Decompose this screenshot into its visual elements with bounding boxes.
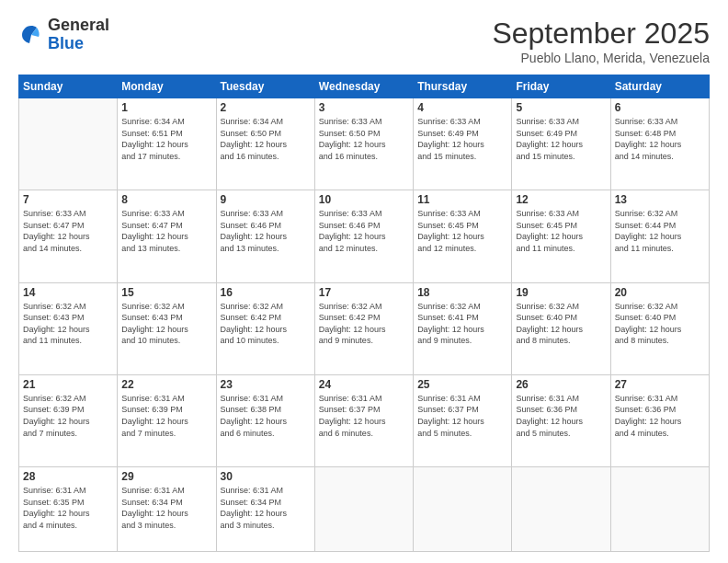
- day-info: Sunrise: 6:31 AM Sunset: 6:39 PM Dayligh…: [121, 393, 211, 439]
- weekday-header-tuesday: Tuesday: [216, 75, 314, 98]
- calendar-cell: 7Sunrise: 6:33 AM Sunset: 6:47 PM Daylig…: [19, 190, 118, 282]
- day-number: 6: [615, 101, 705, 114]
- day-number: 5: [516, 101, 606, 114]
- calendar-cell: 5Sunrise: 6:33 AM Sunset: 6:49 PM Daylig…: [512, 98, 610, 190]
- day-info: Sunrise: 6:33 AM Sunset: 6:46 PM Dayligh…: [221, 208, 311, 254]
- weekday-header-monday: Monday: [118, 75, 216, 98]
- day-info: Sunrise: 6:32 AM Sunset: 6:42 PM Dayligh…: [319, 301, 409, 347]
- weekday-header-friday: Friday: [512, 75, 610, 98]
- logo-general: General: [48, 17, 109, 35]
- day-number: 1: [121, 101, 211, 114]
- day-info: Sunrise: 6:31 AM Sunset: 6:34 PM Dayligh…: [221, 485, 311, 531]
- calendar-cell: 29Sunrise: 6:31 AM Sunset: 6:34 PM Dayli…: [118, 467, 216, 552]
- day-number: 9: [221, 193, 311, 206]
- day-number: 16: [221, 286, 311, 299]
- logo-blue: Blue: [48, 35, 109, 53]
- day-number: 2: [221, 101, 311, 114]
- calendar-cell: 28Sunrise: 6:31 AM Sunset: 6:35 PM Dayli…: [19, 467, 118, 552]
- day-info: Sunrise: 6:32 AM Sunset: 6:44 PM Dayligh…: [615, 208, 705, 254]
- day-number: 10: [319, 193, 409, 206]
- calendar-cell: 30Sunrise: 6:31 AM Sunset: 6:34 PM Dayli…: [216, 467, 314, 552]
- day-info: Sunrise: 6:33 AM Sunset: 6:46 PM Dayligh…: [319, 208, 409, 254]
- day-number: 14: [23, 286, 113, 299]
- calendar-cell: 27Sunrise: 6:31 AM Sunset: 6:36 PM Dayli…: [610, 374, 709, 466]
- logo: General Blue: [18, 17, 109, 53]
- calendar-cell: 14Sunrise: 6:32 AM Sunset: 6:43 PM Dayli…: [19, 282, 118, 374]
- title-block: September 2025 Pueblo Llano, Merida, Ven…: [492, 17, 710, 65]
- day-info: Sunrise: 6:32 AM Sunset: 6:40 PM Dayligh…: [615, 301, 705, 347]
- day-info: Sunrise: 6:32 AM Sunset: 6:41 PM Dayligh…: [417, 301, 507, 347]
- day-info: Sunrise: 6:32 AM Sunset: 6:39 PM Dayligh…: [23, 393, 113, 439]
- day-number: 18: [417, 286, 507, 299]
- page: General Blue September 2025 Pueblo Llano…: [0, 0, 728, 563]
- month-title: September 2025: [492, 17, 710, 51]
- day-number: 28: [23, 470, 113, 483]
- day-info: Sunrise: 6:32 AM Sunset: 6:43 PM Dayligh…: [121, 301, 211, 347]
- day-info: Sunrise: 6:31 AM Sunset: 6:36 PM Dayligh…: [615, 393, 705, 439]
- day-info: Sunrise: 6:33 AM Sunset: 6:47 PM Dayligh…: [23, 208, 113, 254]
- day-number: 30: [221, 470, 311, 483]
- day-info: Sunrise: 6:33 AM Sunset: 6:47 PM Dayligh…: [121, 208, 211, 254]
- calendar-cell: 20Sunrise: 6:32 AM Sunset: 6:40 PM Dayli…: [610, 282, 709, 374]
- weekday-header-wednesday: Wednesday: [314, 75, 413, 98]
- calendar-cell: 10Sunrise: 6:33 AM Sunset: 6:46 PM Dayli…: [314, 190, 413, 282]
- day-info: Sunrise: 6:31 AM Sunset: 6:37 PM Dayligh…: [319, 393, 409, 439]
- calendar-cell: [414, 467, 512, 552]
- calendar-cell: 23Sunrise: 6:31 AM Sunset: 6:38 PM Dayli…: [216, 374, 314, 466]
- day-number: 12: [516, 193, 606, 206]
- day-info: Sunrise: 6:31 AM Sunset: 6:34 PM Dayligh…: [121, 485, 211, 531]
- day-number: 15: [121, 286, 211, 299]
- day-info: Sunrise: 6:33 AM Sunset: 6:48 PM Dayligh…: [615, 116, 705, 162]
- calendar-cell: 12Sunrise: 6:33 AM Sunset: 6:45 PM Dayli…: [512, 190, 610, 282]
- calendar-cell: 18Sunrise: 6:32 AM Sunset: 6:41 PM Dayli…: [414, 282, 512, 374]
- day-info: Sunrise: 6:33 AM Sunset: 6:50 PM Dayligh…: [319, 116, 409, 162]
- location: Pueblo Llano, Merida, Venezuela: [492, 51, 710, 65]
- calendar-cell: 16Sunrise: 6:32 AM Sunset: 6:42 PM Dayli…: [216, 282, 314, 374]
- day-number: 26: [516, 378, 606, 391]
- day-info: Sunrise: 6:32 AM Sunset: 6:42 PM Dayligh…: [221, 301, 311, 347]
- calendar-cell: 1Sunrise: 6:34 AM Sunset: 6:51 PM Daylig…: [118, 98, 216, 190]
- weekday-header-thursday: Thursday: [414, 75, 512, 98]
- day-info: Sunrise: 6:32 AM Sunset: 6:43 PM Dayligh…: [23, 301, 113, 347]
- logo-icon: [18, 22, 44, 48]
- day-number: 27: [615, 378, 705, 391]
- calendar-cell: 24Sunrise: 6:31 AM Sunset: 6:37 PM Dayli…: [314, 374, 413, 466]
- calendar-cell: 8Sunrise: 6:33 AM Sunset: 6:47 PM Daylig…: [118, 190, 216, 282]
- calendar-table: SundayMondayTuesdayWednesdayThursdayFrid…: [18, 75, 710, 552]
- day-number: 13: [615, 193, 705, 206]
- calendar-cell: 22Sunrise: 6:31 AM Sunset: 6:39 PM Dayli…: [118, 374, 216, 466]
- day-info: Sunrise: 6:31 AM Sunset: 6:37 PM Dayligh…: [417, 393, 507, 439]
- weekday-header-saturday: Saturday: [610, 75, 709, 98]
- header: General Blue September 2025 Pueblo Llano…: [18, 17, 710, 65]
- day-number: 17: [319, 286, 409, 299]
- day-info: Sunrise: 6:32 AM Sunset: 6:40 PM Dayligh…: [516, 301, 606, 347]
- calendar-cell: [512, 467, 610, 552]
- calendar-header-row: SundayMondayTuesdayWednesdayThursdayFrid…: [19, 75, 710, 98]
- day-number: 4: [417, 101, 507, 114]
- calendar-cell: 17Sunrise: 6:32 AM Sunset: 6:42 PM Dayli…: [314, 282, 413, 374]
- calendar-cell: [610, 467, 709, 552]
- calendar-cell: 26Sunrise: 6:31 AM Sunset: 6:36 PM Dayli…: [512, 374, 610, 466]
- day-info: Sunrise: 6:33 AM Sunset: 6:45 PM Dayligh…: [417, 208, 507, 254]
- calendar-cell: 19Sunrise: 6:32 AM Sunset: 6:40 PM Dayli…: [512, 282, 610, 374]
- day-info: Sunrise: 6:33 AM Sunset: 6:49 PM Dayligh…: [417, 116, 507, 162]
- day-number: 8: [121, 193, 211, 206]
- weekday-header-sunday: Sunday: [19, 75, 118, 98]
- calendar-cell: 6Sunrise: 6:33 AM Sunset: 6:48 PM Daylig…: [610, 98, 709, 190]
- calendar-cell: [19, 98, 118, 190]
- day-info: Sunrise: 6:31 AM Sunset: 6:38 PM Dayligh…: [221, 393, 311, 439]
- day-number: 25: [417, 378, 507, 391]
- day-info: Sunrise: 6:33 AM Sunset: 6:45 PM Dayligh…: [516, 208, 606, 254]
- day-number: 20: [615, 286, 705, 299]
- day-info: Sunrise: 6:34 AM Sunset: 6:51 PM Dayligh…: [121, 116, 211, 162]
- day-number: 24: [319, 378, 409, 391]
- calendar-cell: 11Sunrise: 6:33 AM Sunset: 6:45 PM Dayli…: [414, 190, 512, 282]
- day-number: 21: [23, 378, 113, 391]
- calendar-cell: 21Sunrise: 6:32 AM Sunset: 6:39 PM Dayli…: [19, 374, 118, 466]
- day-number: 11: [417, 193, 507, 206]
- day-number: 3: [319, 101, 409, 114]
- calendar-cell: 2Sunrise: 6:34 AM Sunset: 6:50 PM Daylig…: [216, 98, 314, 190]
- calendar-cell: [314, 467, 413, 552]
- day-number: 19: [516, 286, 606, 299]
- logo-text: General Blue: [48, 17, 109, 53]
